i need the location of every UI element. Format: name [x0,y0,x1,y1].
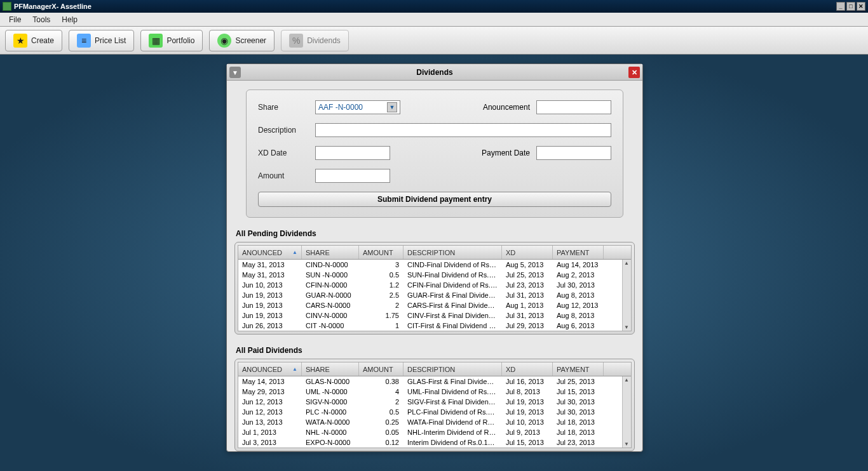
cell-payment: Jul 25, 2013 [553,378,604,385]
cell-xd: Jul 10, 2013 [502,418,553,426]
col-share[interactable]: SHARE [302,362,359,376]
cell-share: SIGV-N-0000 [302,398,359,406]
col-share[interactable]: SHARE [302,246,359,259]
col-amount[interactable]: AMOUNT [359,246,403,259]
menu-help[interactable]: Help [57,14,83,25]
cell-anounced: Jul 1, 2013 [238,428,302,436]
pending-section-label: All Pending Dividends [236,229,642,238]
cell-amount: 1 [359,322,403,329]
dividends-button[interactable]: % Dividends [281,30,349,51]
table-row[interactable]: May 29, 2013UML -N-00004UML-Final Divide… [238,387,622,397]
anouncement-input[interactable] [536,100,611,114]
amount-input[interactable] [315,169,390,183]
table-row[interactable]: Jul 3, 2013EXPO-N-00000.12Interim Divide… [238,437,622,448]
paid-header: ANOUNCED▲ SHARE AMOUNT DESCRIPTION XD PA… [238,362,631,376]
toolbar: ★ Create ≡ Price List ▦ Portfolio ◉ Scre… [0,27,868,55]
table-row[interactable]: Jun 12, 2013PLC -N-00000.5PLC-Final Divi… [238,407,622,417]
paid-scrollbar[interactable] [622,376,631,448]
cell-xd: Jul 25, 2013 [502,271,553,279]
table-row[interactable]: Jun 10, 2013CFIN-N-00001.2CFIN-Final Div… [238,280,622,290]
col-amount[interactable]: AMOUNT [359,362,403,376]
portfolio-icon: ▦ [149,34,163,48]
cell-payment: Jul 30, 2013 [553,398,604,406]
cell-amount: 0.25 [359,418,403,426]
cell-payment: Jul 15, 2013 [553,388,604,395]
cell-description: PLC-Final Dividend of Rs.0… [403,408,502,416]
table-row[interactable]: Jun 13, 2013WATA-N-00000.25WATA-Final Di… [238,417,622,427]
menu-file[interactable]: File [4,14,26,25]
cell-anounced: Jun 19, 2013 [238,312,302,319]
cell-description: SUN-Final Dividend of Rs.0… [403,271,502,279]
table-row[interactable]: May 31, 2013SUN -N-00000.5SUN-Final Divi… [238,270,622,280]
menu-tools[interactable]: Tools [27,14,55,25]
close-icon[interactable]: ✕ [628,67,640,78]
chevron-down-icon: ▼ [387,102,397,112]
cell-anounced: Jun 19, 2013 [238,291,302,299]
col-anounced[interactable]: ANOUNCED▲ [238,362,302,376]
description-label: Description [258,126,309,135]
cell-xd: Jul 31, 2013 [502,312,553,319]
col-description[interactable]: DESCRIPTION [403,362,502,376]
table-row[interactable]: Jul 1, 2013NHL -N-00000.05NHL-Interim Di… [238,427,622,437]
cell-share: PLC -N-0000 [302,408,359,416]
menubar: File Tools Help [0,13,868,27]
table-row[interactable]: Jun 19, 2013CARS-N-00002CARS-First & Fin… [238,300,622,310]
collapse-icon[interactable]: ▼ [229,67,241,78]
maximize-button[interactable]: □ [846,2,855,11]
table-row[interactable]: Jun 19, 2013GUAR-N-00002.5GUAR-First & F… [238,290,622,300]
paid-section-label: All Paid Dividends [236,346,642,355]
col-payment[interactable]: PAYMENT [553,362,604,376]
pending-scrollbar[interactable] [622,260,631,331]
cell-share: CIND-N-0000 [302,261,359,269]
panel-titlebar: ▼ Dividends ✕ [227,64,642,81]
cell-amount: 0.38 [359,378,403,385]
portfolio-button[interactable]: ▦ Portfolio [140,30,203,51]
paid-table: ANOUNCED▲ SHARE AMOUNT DESCRIPTION XD PA… [238,362,632,448]
share-select[interactable]: AAF -N-0000 ▼ [315,100,400,114]
payment-date-input[interactable] [536,146,611,160]
cell-description: CIND-Final Dividend of Rs.3… [403,261,502,269]
cell-description: CFIN-Final Dividend of Rs.1… [403,281,502,289]
cell-payment: Jul 30, 2013 [553,281,604,289]
pricelist-button[interactable]: ≡ Price List [69,30,134,51]
cell-payment: Jul 18, 2013 [553,418,604,426]
cell-anounced: May 29, 2013 [238,388,302,395]
cell-amount: 3 [359,261,403,269]
cell-amount: 0.5 [359,408,403,416]
table-row[interactable]: Jun 26, 2013CIT -N-00001CIT-First & Fina… [238,321,622,331]
table-row[interactable]: May 14, 2013GLAS-N-00000.38GLAS-First & … [238,376,622,387]
cell-description: GUAR-First & Final Dividen… [403,291,502,299]
description-input[interactable] [315,123,611,137]
share-value: AAF -N-0000 [318,103,363,112]
pricelist-label: Price List [95,36,126,45]
table-row[interactable]: Jun 12, 2013SIGV-N-00002SIGV-First & Fin… [238,397,622,407]
cell-payment: Jul 30, 2013 [553,408,604,416]
cell-share: CINV-N-0000 [302,312,359,319]
cell-share: CARS-N-0000 [302,302,359,309]
minimize-button[interactable]: _ [836,2,845,11]
col-xd[interactable]: XD [502,246,553,259]
submit-button[interactable]: Submit Dividend payment entry [258,192,611,207]
cell-xd: Jul 19, 2013 [502,398,553,406]
cell-description: GLAS-First & Final Dividend… [403,378,502,385]
col-payment[interactable]: PAYMENT [553,246,604,259]
cell-description: SIGV-First & Final Dividend … [403,398,502,406]
create-button[interactable]: ★ Create [5,30,62,51]
cell-anounced: May 31, 2013 [238,271,302,279]
cell-share: CFIN-N-0000 [302,281,359,289]
col-anounced[interactable]: ANOUNCED▲ [238,246,302,259]
table-row[interactable]: Jun 19, 2013CINV-N-00001.75CINV-First & … [238,310,622,321]
col-xd[interactable]: XD [502,362,553,376]
dividends-panel: ▼ Dividends ✕ Share AAF -N-0000 ▼ Anounc… [226,63,643,452]
cell-xd: Aug 5, 2013 [502,261,553,269]
table-row[interactable]: May 31, 2013CIND-N-00003CIND-Final Divid… [238,260,622,270]
screener-button[interactable]: ◉ Screener [209,30,275,51]
close-window-button[interactable]: ✕ [857,2,865,11]
cell-share: CIT -N-0000 [302,322,359,329]
cell-description: UML-Final Dividend of Rs.4… [403,388,502,395]
share-label: Share [258,103,309,112]
xd-date-input[interactable] [315,146,390,160]
cell-xd: Jul 19, 2013 [502,408,553,416]
screener-icon: ◉ [217,34,231,48]
col-description[interactable]: DESCRIPTION [403,246,502,259]
